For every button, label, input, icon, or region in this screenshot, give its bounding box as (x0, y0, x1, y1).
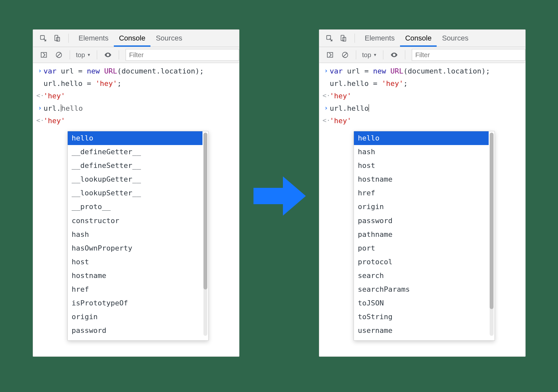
console-input-row: › url.hello (319, 102, 525, 115)
console-input-row: › var url = new URL(document.location); (33, 65, 239, 77)
autocomplete-item[interactable]: hash (68, 228, 202, 241)
chevron-down-icon: ▼ (87, 53, 91, 57)
console-toolbar: top ▼ (319, 47, 525, 63)
autocomplete-item[interactable]: href (354, 186, 489, 200)
autocomplete-item[interactable]: host (68, 255, 202, 269)
autocomplete-item[interactable]: hostname (68, 269, 202, 283)
tab-console[interactable]: Console (114, 30, 151, 47)
tab-sources[interactable]: Sources (437, 30, 474, 47)
clear-console-icon[interactable] (341, 51, 349, 59)
autocomplete-item[interactable]: isPrototypeOf (68, 296, 202, 310)
svg-rect-3 (41, 53, 47, 57)
tab-bar: Elements Console Sources (319, 30, 525, 47)
console-body[interactable]: › var url = new URL(document.location); … (319, 63, 525, 127)
autocomplete-item[interactable]: href (68, 283, 202, 296)
result-value: 'hey' (330, 90, 351, 102)
autocomplete-item[interactable]: __lookupGetter__ (68, 172, 202, 186)
autocomplete-item[interactable]: origin (354, 200, 489, 214)
context-selector[interactable]: top ▼ (73, 51, 94, 59)
separator (355, 34, 355, 43)
tab-elements[interactable]: Elements (359, 30, 400, 47)
clear-console-icon[interactable] (55, 51, 63, 59)
autocomplete-item[interactable]: host (354, 159, 489, 172)
svg-rect-1 (55, 35, 58, 41)
autocomplete-item[interactable]: toString (354, 310, 489, 324)
code-line: url.hello = 'hey'; (330, 78, 408, 89)
console-toolbar: top ▼ (33, 47, 239, 63)
autocomplete-item[interactable]: constructor (68, 214, 202, 228)
filter-input[interactable] (126, 49, 239, 61)
autocomplete-item[interactable]: pathname (354, 228, 489, 241)
prompt-icon: › (323, 66, 330, 76)
tab-elements[interactable]: Elements (73, 30, 114, 47)
separator (97, 50, 97, 59)
autocomplete-item[interactable]: username (354, 324, 489, 337)
separator (68, 34, 69, 43)
autocomplete-list[interactable]: hellohashhosthostnamehreforiginpasswordp… (354, 131, 495, 340)
arrow-icon (250, 173, 309, 219)
devtools-panel-right: Elements Console Sources top ▼ (319, 29, 526, 357)
code-line: url.hello (44, 103, 83, 114)
context-label: top (362, 51, 371, 59)
autocomplete-item[interactable]: __defineSetter__ (68, 159, 202, 172)
sidebar-toggle-icon[interactable] (40, 51, 48, 59)
console-input-row: url.hello = 'hey'; (33, 77, 239, 90)
chevron-down-icon: ▼ (373, 53, 377, 57)
autocomplete-item[interactable]: hostname (354, 172, 489, 186)
autocomplete-item[interactable]: protocol (354, 255, 489, 269)
console-input-row: › url.hello (33, 102, 239, 115)
autocomplete-item[interactable]: searchParams (354, 283, 489, 296)
sidebar-toggle-icon[interactable] (326, 51, 334, 59)
autocomplete-item[interactable]: password (354, 214, 489, 228)
autocomplete-item[interactable]: hello (68, 131, 202, 145)
code-line: url.hello (330, 103, 369, 114)
scrollbar-thumb[interactable] (490, 133, 494, 309)
context-label: top (76, 51, 85, 59)
console-result-row: <· 'hey' (33, 115, 239, 127)
autocomplete-popup[interactable]: hellohashhosthostnamehreforiginpasswordp… (354, 131, 495, 341)
prompt-icon: › (36, 66, 44, 76)
tab-console[interactable]: Console (400, 30, 437, 47)
result-icon: <· (323, 90, 330, 101)
autocomplete-item[interactable]: __lookupSetter__ (68, 186, 202, 200)
text-cursor (369, 104, 369, 112)
inspect-icon[interactable] (39, 34, 47, 42)
autocomplete-item[interactable]: port (354, 241, 489, 255)
autocomplete-item[interactable]: password (68, 324, 202, 337)
result-icon: <· (323, 115, 330, 125)
autocomplete-item[interactable]: search (354, 269, 489, 283)
tab-sources[interactable]: Sources (150, 30, 187, 47)
result-icon: <· (36, 115, 44, 125)
autocomplete-item[interactable]: hasOwnProperty (68, 241, 202, 255)
devtools-panel-left: Elements Console Sources top ▼ (33, 29, 239, 357)
context-selector[interactable]: top ▼ (359, 51, 380, 59)
autocomplete-item[interactable]: __proto__ (68, 200, 202, 214)
scrollbar-thumb[interactable] (203, 133, 207, 289)
eye-icon[interactable] (104, 51, 112, 59)
result-value: 'hey' (44, 115, 65, 126)
filter-input[interactable] (412, 49, 525, 61)
eye-icon[interactable] (390, 51, 398, 59)
console-result-row: <· 'hey' (319, 90, 525, 102)
autocomplete-item[interactable]: hello (354, 131, 489, 145)
result-value: 'hey' (330, 115, 351, 126)
autocomplete-item[interactable]: pathname (68, 337, 202, 340)
device-toolbar-icon[interactable] (53, 34, 61, 42)
separator (383, 50, 383, 59)
autocomplete-popup[interactable]: hello__defineGetter____defineSetter____l… (67, 131, 209, 341)
autocomplete-item[interactable]: hash (354, 145, 489, 159)
autocomplete-item[interactable]: toJSON (354, 296, 489, 310)
code-line: var url = new URL(document.location); (44, 66, 204, 77)
autocomplete-list[interactable]: hello__defineGetter____defineSetter____l… (68, 131, 208, 340)
separator (405, 50, 405, 59)
svg-rect-8 (327, 53, 333, 57)
console-body[interactable]: › var url = new URL(document.location); … (33, 63, 239, 127)
autocomplete-item[interactable]: origin (68, 310, 202, 324)
device-toolbar-icon[interactable] (339, 34, 347, 42)
tab-bar: Elements Console Sources (33, 30, 239, 47)
inspect-icon[interactable] (325, 34, 334, 42)
autocomplete-item[interactable]: __defineGetter__ (354, 337, 489, 340)
separator (356, 50, 356, 59)
autocomplete-item[interactable]: __defineGetter__ (68, 145, 202, 159)
code-line: url.hello = 'hey'; (44, 78, 121, 89)
